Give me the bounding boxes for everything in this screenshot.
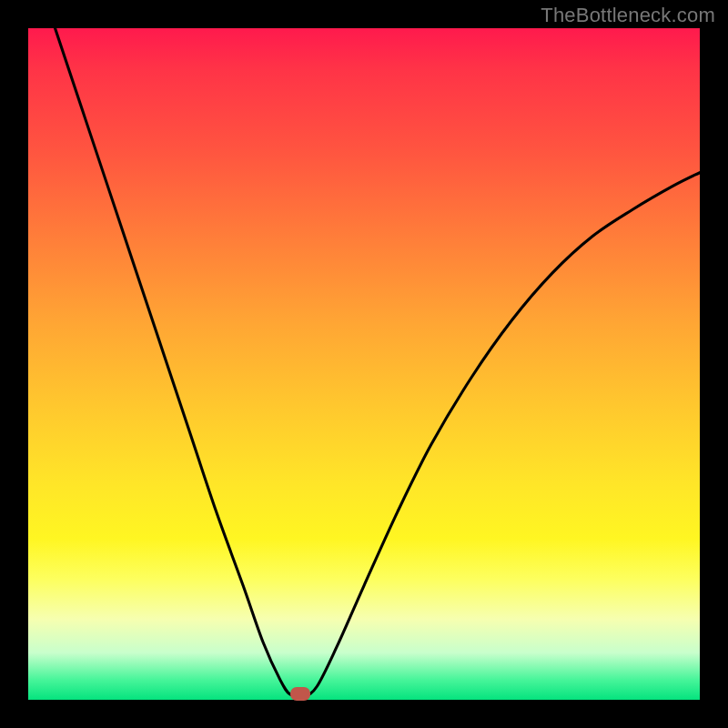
watermark-text: TheBottleneck.com xyxy=(541,4,715,27)
chart-minimum-marker xyxy=(290,687,310,701)
chart-curve xyxy=(28,28,700,700)
chart-plot-area xyxy=(28,28,700,700)
